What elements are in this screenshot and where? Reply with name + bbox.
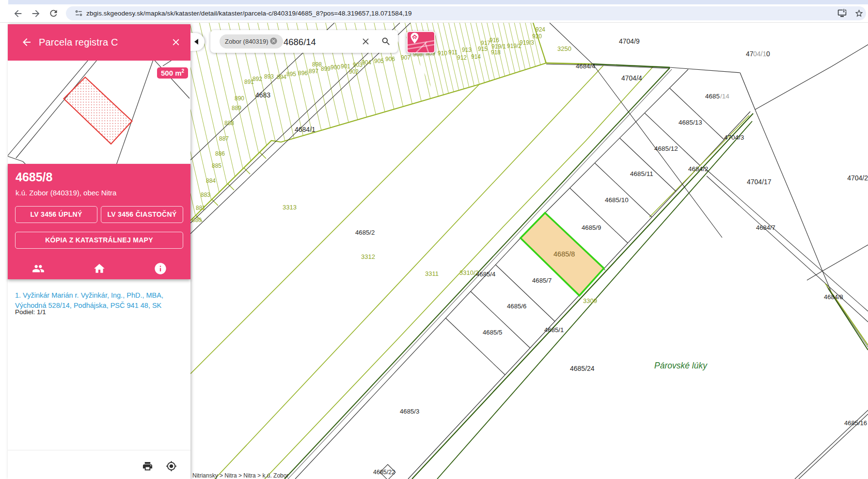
svg-text:907: 907	[401, 54, 410, 61]
svg-text:918: 918	[491, 49, 501, 56]
svg-text:4704/4: 4704/4	[621, 74, 642, 82]
svg-text:4685/1: 4685/1	[544, 326, 564, 334]
svg-text:4685/13: 4685/13	[679, 119, 702, 126]
svg-text:892: 892	[253, 76, 262, 82]
svg-text:913: 913	[462, 47, 472, 53]
svg-text:919/1: 919/1	[491, 43, 506, 50]
svg-text:917: 917	[481, 40, 490, 47]
svg-text:Párovské lúky: Párovské lúky	[654, 361, 708, 370]
svg-text:880: 880	[192, 217, 202, 224]
svg-text:4685/16: 4685/16	[844, 419, 867, 427]
svg-text:3312: 3312	[361, 253, 375, 260]
svg-text:3313: 3313	[283, 204, 297, 211]
svg-text:4684/4: 4684/4	[576, 63, 595, 70]
svg-text:4704/17: 4704/17	[747, 178, 772, 186]
svg-text:4684/1: 4684/1	[295, 126, 316, 133]
svg-text:924: 924	[536, 26, 545, 33]
svg-text:906: 906	[385, 56, 395, 63]
svg-text:911: 911	[448, 49, 458, 56]
svg-text:04/1: 04/1	[753, 50, 766, 58]
svg-text:916: 916	[489, 37, 499, 44]
svg-text:0: 0	[766, 50, 770, 58]
svg-text:888: 888	[224, 120, 234, 127]
svg-text:889: 889	[232, 105, 241, 112]
svg-text:915: 915	[478, 46, 488, 52]
svg-text:895: 895	[286, 71, 296, 78]
svg-text:893: 893	[264, 73, 274, 80]
svg-text:912: 912	[457, 54, 467, 61]
svg-text:3250: 3250	[557, 45, 571, 52]
svg-text:919/3: 919/3	[520, 39, 534, 46]
svg-text:47: 47	[746, 50, 754, 58]
svg-text:883: 883	[201, 192, 210, 198]
svg-text:899: 899	[321, 65, 331, 72]
svg-text:4684/7: 4684/7	[756, 224, 775, 231]
svg-text:905: 905	[374, 58, 384, 64]
svg-text:4685/12: 4685/12	[654, 145, 678, 152]
svg-text:4684/2: 4684/2	[688, 165, 708, 173]
svg-text:902: 902	[349, 68, 359, 75]
svg-text:4685/2: 4685/2	[355, 229, 375, 236]
svg-text:881: 881	[196, 205, 205, 211]
svg-text:4684/8: 4684/8	[824, 293, 843, 301]
svg-text:910: 910	[438, 50, 447, 57]
svg-text:897: 897	[309, 68, 318, 75]
svg-text:884: 884	[206, 177, 216, 184]
svg-text:920: 920	[532, 33, 542, 40]
svg-text:4704/2: 4704/2	[847, 174, 868, 182]
svg-text:896: 896	[298, 70, 308, 77]
svg-text:3311: 3311	[425, 270, 439, 277]
svg-text:3309: 3309	[583, 297, 597, 304]
svg-text:4685: 4685	[705, 93, 720, 100]
svg-text:4685/22: 4685/22	[373, 469, 395, 476]
svg-text:/14: /14	[720, 93, 729, 100]
svg-text:4685/8: 4685/8	[553, 250, 575, 258]
svg-text:886: 886	[215, 150, 225, 157]
svg-text:4704/9: 4704/9	[619, 37, 640, 45]
svg-text:900: 900	[331, 64, 340, 71]
svg-text:4685/7: 4685/7	[532, 277, 552, 284]
svg-text:904: 904	[362, 59, 371, 66]
svg-text:4685/10: 4685/10	[605, 196, 629, 204]
svg-text:4685/9: 4685/9	[582, 224, 601, 231]
svg-text:4683: 4683	[255, 91, 270, 99]
svg-text:890: 890	[235, 95, 244, 102]
svg-text:4685/3: 4685/3	[400, 408, 419, 415]
svg-text:887: 887	[219, 135, 229, 142]
svg-text:4704/3: 4704/3	[724, 134, 744, 141]
svg-text:4685/6: 4685/6	[507, 303, 526, 310]
svg-text:4685/4: 4685/4	[476, 271, 495, 278]
svg-text:894: 894	[277, 74, 286, 80]
svg-text:4685/5: 4685/5	[483, 329, 502, 336]
svg-text:4685/11: 4685/11	[630, 170, 653, 177]
svg-text:914: 914	[471, 53, 481, 60]
svg-text:885: 885	[212, 162, 221, 169]
svg-text:4685/24: 4685/24	[570, 365, 595, 372]
